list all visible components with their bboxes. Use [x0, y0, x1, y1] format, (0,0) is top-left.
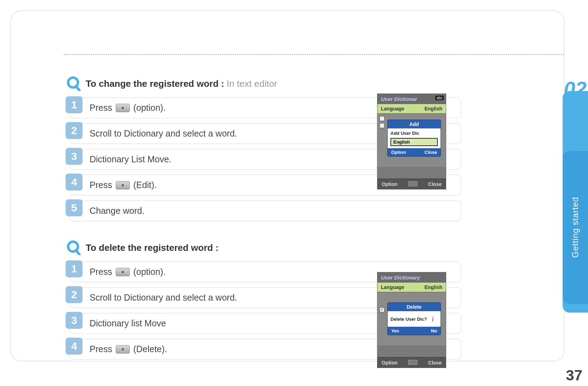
popup-body: Delete User Dic? i — [388, 311, 441, 327]
side-tab: 02 Getting started — [563, 91, 588, 313]
softkey-mid-icon — [408, 181, 417, 186]
softkey-right: Close — [428, 181, 442, 187]
magnifier-ring-icon — [66, 76, 81, 91]
step-text-pre: Press — [90, 344, 112, 354]
popup-delete: Delete Delete User Dic? i Yes No — [387, 302, 441, 335]
step-text: Press(option). — [70, 98, 173, 118]
softkey-left: Option — [382, 360, 398, 366]
language-row: Language English — [377, 104, 446, 114]
section-title-delete: To delete the registered word : — [66, 240, 444, 255]
popup-footer: Option Close — [388, 148, 441, 156]
section-title-text: To change the registered word : In text … — [86, 78, 277, 89]
popup-softkey-right: Close — [425, 150, 437, 155]
step-number-badge: 1 — [66, 96, 83, 113]
popup-selected: English — [390, 138, 438, 146]
step-number-badge: 5 — [66, 199, 83, 216]
device-titlebar: User Dictionary — [377, 272, 446, 283]
step-number-badge: 3 — [66, 312, 83, 329]
step-text-post: (option). — [133, 103, 166, 113]
chapter-label: Getting started — [570, 197, 580, 258]
softkey-button-icon — [116, 345, 130, 354]
checkbox-icon — [380, 116, 384, 121]
title-bold: To change the registered word : — [86, 78, 227, 89]
step-text: Dictionary List Move. — [70, 149, 178, 169]
lang-label: Language — [381, 106, 404, 111]
checkbox-checked-icon — [380, 307, 384, 312]
popup-softkey-left: Option — [391, 150, 406, 155]
softkey-mid-icon — [408, 360, 417, 365]
step-number-badge: 4 — [66, 174, 83, 191]
step-number-badge: 1 — [66, 260, 83, 277]
softkey-button-icon — [116, 181, 130, 189]
manual-page: To change the registered word : In text … — [11, 11, 564, 361]
lang-value: English — [424, 106, 442, 111]
popup-add: Add Add User Dic English Option Close — [387, 120, 441, 157]
device-mid: Delete Delete User Dic? i Yes No — [377, 292, 446, 345]
device-screenshot-delete: User Dictionary Language English Delete … — [377, 272, 446, 368]
softkey-button-icon — [116, 104, 130, 112]
popup-body-text: Delete User Dic? — [390, 316, 427, 322]
checkbox-icon — [380, 123, 384, 128]
step-number-badge: 2 — [66, 286, 83, 303]
step-text-pre: Press — [90, 267, 112, 277]
device-titlebar: User Dictionar abc — [377, 94, 446, 104]
title-light: In text editor — [227, 78, 277, 89]
step-text: Scroll to Dictionary and select a word. — [70, 288, 244, 308]
popup-body: Add User Dic English — [388, 128, 441, 148]
device-mid: Add Add User Dic English Option Close — [377, 114, 446, 167]
lang-label: Language — [381, 284, 404, 290]
popup-header: Add — [388, 120, 441, 128]
device-screenshot-add: User Dictionar abc Language English Add … — [377, 94, 446, 189]
side-tab-inner: Getting started — [563, 151, 588, 304]
step-text-pre: Press — [90, 103, 112, 113]
divider-dotted — [64, 54, 564, 55]
popup-body-text: Add User Dic — [390, 131, 438, 136]
step-text-post: (Delete). — [133, 344, 167, 354]
step-text-post: (option). — [133, 267, 166, 277]
magnifier-ring-icon — [66, 240, 81, 255]
device-footer: Option Close — [377, 179, 446, 189]
step-text-post: (Edit). — [133, 180, 157, 190]
popup-softkey-left: Yes — [391, 328, 399, 333]
step-number-badge: 4 — [66, 338, 83, 355]
step-text: Press(Delete). — [70, 339, 174, 359]
step-text: Scroll to Dictionary and select a word. — [70, 123, 244, 144]
popup-softkey-right: No — [431, 328, 437, 333]
page-number: 37 — [566, 367, 582, 384]
language-row: Language English — [377, 283, 446, 292]
section-title-change: To change the registered word : In text … — [66, 76, 444, 91]
section-title-text: To delete the registered word : — [86, 242, 219, 253]
popup-footer: Yes No — [388, 327, 441, 335]
device-title: User Dictionar — [381, 96, 417, 102]
softkey-button-icon — [116, 268, 130, 276]
popup-header: Delete — [388, 303, 441, 311]
info-icon: i — [428, 314, 438, 324]
step-text: Dictionary list Move — [70, 313, 173, 333]
input-mode-badge: abc — [435, 96, 444, 100]
step-number-badge: 2 — [66, 122, 83, 139]
step-row: 5Change word. — [69, 200, 461, 221]
step-number-badge: 3 — [66, 148, 83, 165]
step-text-pre: Press — [90, 180, 112, 190]
step-text: Press(option). — [70, 262, 173, 282]
chapter-number: 02 — [564, 77, 587, 101]
lang-value: English — [424, 284, 442, 290]
softkey-left: Option — [382, 181, 398, 187]
softkey-right: Close — [428, 360, 442, 366]
device-title: User Dictionary — [381, 275, 420, 281]
device-footer: Option Close — [377, 357, 446, 368]
step-text: Press(Edit). — [70, 175, 164, 195]
title-bold: To delete the registered word : — [86, 242, 219, 253]
